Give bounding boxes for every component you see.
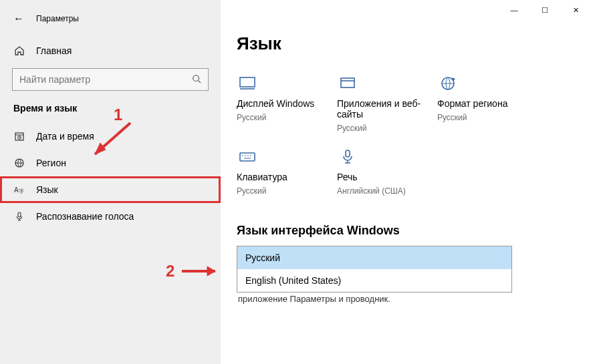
tile-sublabel: Русский [437, 113, 467, 122]
svg-text:A: A [14, 186, 19, 194]
sidebar-item-microphone[interactable]: Распознавание голоса [0, 203, 221, 230]
globe-icon [13, 158, 25, 168]
tile-monitor[interactable]: Дисплей WindowsРусский [237, 73, 337, 133]
display-language-dropdown[interactable]: РусскийEnglish (United States) [237, 246, 512, 293]
window-icon [337, 73, 358, 94]
calendar-icon [13, 131, 25, 142]
sidebar-item-label: Язык [36, 184, 58, 195]
search-input[interactable] [12, 68, 209, 91]
svg-line-1 [199, 80, 201, 83]
language-icon: A字 [13, 184, 25, 195]
sidebar-item-label: Регион [36, 158, 66, 168]
tile-mic-on-stand[interactable]: РечьАнглийский (США) [337, 146, 437, 196]
minimize-button[interactable]: — [499, 0, 529, 20]
truncated-description: приложение Параметры и проводник. [237, 293, 575, 304]
keyboard-icon [237, 146, 258, 168]
tile-label: Дисплей Windows [237, 98, 314, 109]
region-format-icon [437, 73, 459, 94]
dropdown-option[interactable]: English (United States) [237, 269, 511, 292]
svg-rect-11 [240, 77, 255, 87]
tile-label: Речь [337, 172, 358, 182]
svg-point-0 [193, 75, 199, 81]
svg-rect-17 [240, 153, 255, 161]
sidebar-item-calendar[interactable]: Дата и время [0, 123, 221, 150]
search-icon [192, 74, 201, 85]
sidebar-home[interactable]: Главная [0, 39, 221, 63]
tile-label: Приложения и веб-сайты [337, 98, 437, 120]
section-heading-display-language: Язык интерфейса Windows [237, 224, 575, 238]
home-icon [13, 45, 25, 56]
tile-sublabel: Русский [237, 113, 267, 122]
tile-region-format[interactable]: Формат регионаРусский [437, 73, 538, 133]
tile-sublabel: Русский [237, 186, 267, 196]
sidebar-item-globe[interactable]: Регион [0, 150, 221, 176]
close-button[interactable]: ✕ [560, 0, 591, 20]
mic-on-stand-icon [337, 146, 358, 168]
svg-rect-10 [18, 212, 21, 217]
svg-rect-13 [341, 78, 354, 87]
sidebar-item-label: Дата и время [36, 131, 94, 142]
tile-keyboard[interactable]: КлавиатураРусский [237, 146, 337, 196]
dropdown-option[interactable]: Русский [237, 246, 511, 269]
sidebar-item-label: Распознавание голоса [36, 211, 134, 222]
tile-sublabel: Русский [337, 124, 367, 133]
sidebar-item-language[interactable]: A字Язык [0, 176, 221, 203]
microphone-icon [13, 211, 25, 222]
maximize-button[interactable]: ☐ [529, 0, 560, 20]
tile-sublabel: Английский (США) [337, 186, 406, 196]
svg-rect-23 [346, 150, 350, 157]
svg-text:字: 字 [19, 188, 24, 194]
tile-label: Клавиатура [237, 172, 287, 182]
page-title: Язык [237, 33, 575, 54]
monitor-icon [237, 73, 258, 94]
app-title: Параметры [36, 14, 79, 23]
tile-window[interactable]: Приложения и веб-сайтыРусский [337, 73, 437, 133]
sidebar-home-label: Главная [36, 45, 72, 56]
tile-label: Формат региона [437, 98, 507, 109]
sidebar-section-title: Время и язык [0, 103, 221, 123]
back-arrow-icon[interactable]: ← [13, 13, 24, 25]
search-field[interactable] [19, 74, 192, 85]
